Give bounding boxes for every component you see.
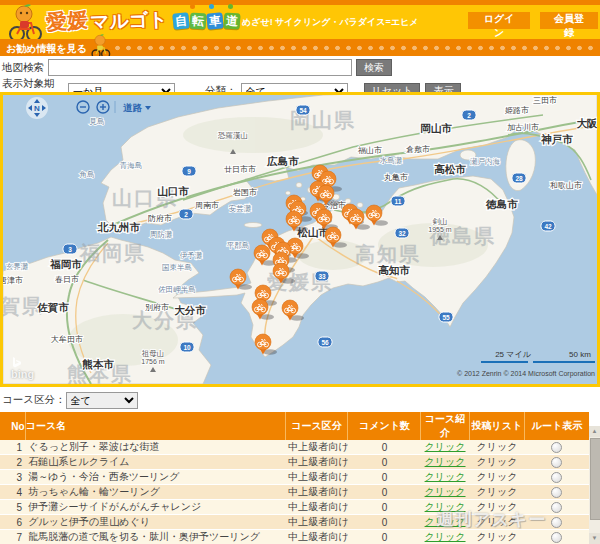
- course-no: 5: [0, 500, 25, 515]
- city-label: 春日市: [55, 275, 79, 284]
- geo-label: 見島: [90, 117, 105, 126]
- city-label: 岡山市: [420, 122, 452, 134]
- table-row: 6 グルッと伊予の里山めぐり 中上級者向け 0 クリック クリック: [0, 515, 589, 530]
- route-shield-number: 54: [299, 107, 307, 114]
- post-list-link[interactable]: クリック: [476, 456, 517, 467]
- course-no: 4: [0, 485, 25, 500]
- post-list-link[interactable]: クリック: [476, 501, 517, 512]
- route-display-radio[interactable]: [551, 502, 562, 513]
- table-row: 2 石鎚山系ヒルクライム 中上級者向け 0 クリック クリック: [0, 455, 589, 470]
- course-intro-link[interactable]: クリック: [425, 471, 466, 482]
- login-button[interactable]: ログイン: [468, 12, 530, 29]
- course-name: 石鎚山系ヒルクライム: [25, 455, 285, 470]
- scroll-down-arrow-icon[interactable]: ▼: [589, 533, 600, 544]
- geo-label: 角島: [80, 170, 95, 179]
- comment-count: 0: [348, 515, 421, 530]
- route-display-radio[interactable]: [551, 532, 562, 543]
- recommend-info-link[interactable]: お勧め情報を見る: [6, 42, 87, 56]
- route-shield-number: 33: [318, 273, 326, 280]
- course-filter-select[interactable]: 全て: [66, 392, 138, 409]
- prefecture-watermark: 福岡県: [79, 242, 146, 264]
- route-shield: 11: [391, 196, 405, 206]
- post-list-link[interactable]: クリック: [476, 531, 517, 542]
- city-label: 唐津市: [3, 276, 23, 285]
- course-table: No コース名 コース区分 コメント数 コース紹介 投稿リスト ルート表示 1 …: [0, 412, 600, 544]
- geo-label: 平郡島: [227, 241, 250, 250]
- bing-logo[interactable]: bing: [11, 357, 34, 380]
- city-label: 大分市: [174, 304, 206, 316]
- col-comments: コメント数: [348, 412, 421, 440]
- logo-tile: 転: [189, 12, 206, 29]
- course-intro-link[interactable]: クリック: [425, 456, 466, 467]
- city-label: 周南市: [195, 201, 219, 210]
- course-intro-link[interactable]: クリック: [425, 486, 466, 497]
- route-shield: 42: [541, 221, 555, 231]
- course-intro-link[interactable]: クリック: [425, 531, 466, 542]
- compass-n-label: N: [34, 104, 40, 113]
- table-row: 1 ぐるっと別子・翠波はな街道 中上級者向け 0 クリック クリック: [0, 440, 589, 455]
- register-button[interactable]: 会員登録: [540, 12, 598, 29]
- map-search-input[interactable]: [48, 59, 352, 76]
- city-label: 岩国市: [233, 188, 257, 197]
- logo-dots: [190, 4, 233, 9]
- scrollbar-thumb[interactable]: [590, 438, 600, 520]
- course-filter-label: コース区分：: [2, 393, 66, 407]
- city-label: 熊本市: [82, 358, 114, 370]
- map-search-label: 地図検索: [2, 61, 44, 75]
- route-display-radio[interactable]: [551, 457, 562, 468]
- comment-count: 0: [348, 485, 421, 500]
- post-list-link[interactable]: クリック: [476, 486, 517, 497]
- city-label: 徳島市: [485, 198, 518, 210]
- route-display-radio[interactable]: [551, 487, 562, 498]
- course-no: 1: [0, 440, 25, 455]
- table-row: 7 龍馬脱藩の道で風を切る・肱川・奥伊予ツーリング 中上級者向け 0 クリック …: [0, 530, 589, 544]
- post-list-link[interactable]: クリック: [476, 441, 517, 452]
- city-label: 佐賀市: [36, 301, 69, 314]
- route-shield: 54: [296, 105, 310, 115]
- search-form: 地図検索 検索 表示対象期間： 一か月 分類： 全て リセット 表示: [0, 56, 600, 92]
- route-display-radio[interactable]: [551, 472, 562, 483]
- route-shield: 2: [462, 110, 476, 120]
- course-intro-link[interactable]: クリック: [425, 501, 466, 512]
- route-display-radio[interactable]: [551, 442, 562, 453]
- city-label: 廿日市市: [224, 165, 256, 174]
- course-name: ぐるっと別子・翠波はな街道: [25, 440, 285, 455]
- city-label: 大牟田市: [51, 335, 83, 344]
- route-shield: 28: [512, 173, 526, 183]
- route-shield: 2: [179, 209, 193, 219]
- search-button[interactable]: 検索: [356, 59, 392, 76]
- course-name: 湯～ゆう・今治・西条ツーリング: [25, 470, 285, 485]
- scroll-up-arrow-icon[interactable]: ▲: [589, 426, 600, 437]
- map-copyright: © 2012 Zenrin © 2014 Microsoft Corporati…: [457, 370, 595, 378]
- post-list-link[interactable]: クリック: [476, 516, 517, 527]
- table-row: 5 伊予灘シーサイドがんがんチャレンジ 中上級者向け 0 クリック クリック: [0, 500, 589, 515]
- logo-dot: [190, 4, 195, 9]
- recommend-nav-bar: お勧め情報を見る: [0, 39, 600, 56]
- table-scrollbar[interactable]: ▲ ▼: [589, 426, 600, 544]
- comment-count: 0: [348, 455, 421, 470]
- mountain-label: 祖母山: [142, 349, 165, 358]
- course-category: 中上級者向け: [285, 470, 348, 485]
- city-label: 福山市: [357, 146, 382, 155]
- route-shield-number: 56: [321, 339, 329, 346]
- logo-text-ehime: 愛媛: [45, 6, 89, 37]
- logo-text-marugoto: マルゴト: [90, 7, 169, 36]
- course-intro-link[interactable]: クリック: [425, 441, 466, 452]
- course-intro-link[interactable]: クリック: [425, 516, 466, 527]
- route-shield-number: 10: [183, 344, 191, 351]
- post-list-link[interactable]: クリック: [476, 471, 517, 482]
- compass-control[interactable]: N: [26, 97, 48, 119]
- comment-count: 0: [348, 470, 421, 485]
- city-label: 高知市: [378, 264, 410, 276]
- city-label: 加古川市: [507, 123, 539, 132]
- map-canvas[interactable]: 山口県岡山県福岡県佐賀県大分県熊本県愛媛県高知県徳島県 見島青海島角島安芸灘周防…: [0, 92, 600, 387]
- city-label: 高松市: [434, 163, 466, 175]
- logo-text-jitenshado: 自転車道: [172, 13, 240, 29]
- route-display-radio[interactable]: [551, 517, 562, 528]
- course-category: 中上級者向け: [285, 485, 348, 500]
- course-category: 中上級者向け: [285, 440, 348, 455]
- table-row: 3 湯～ゆう・今治・西条ツーリング 中上級者向け 0 クリック クリック: [0, 470, 589, 485]
- logo-tile: 車: [206, 12, 224, 30]
- comment-count: 0: [348, 530, 421, 544]
- city-label: 広島市: [266, 155, 299, 167]
